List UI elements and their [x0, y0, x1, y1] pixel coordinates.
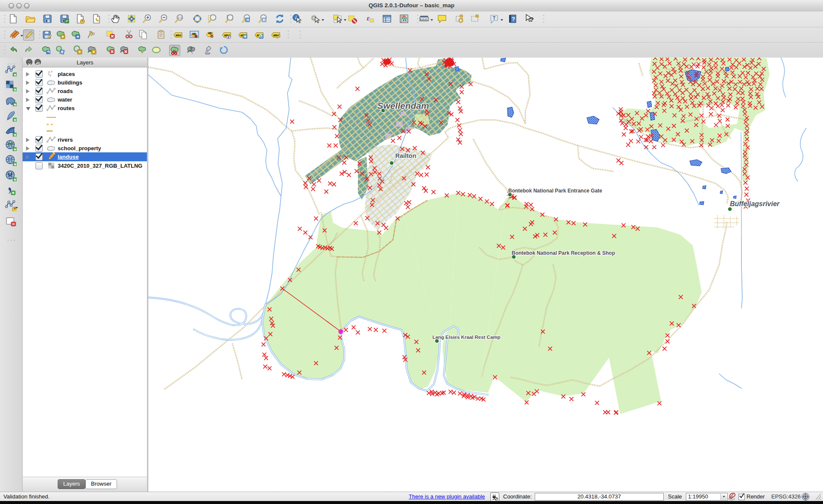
svg-text:Bontebok National Park Entranc: Bontebok National Park Entrance Gate — [508, 188, 602, 194]
svg-text:Lang Elsies Kraal Rest Camp: Lang Elsies Kraal Rest Camp — [432, 335, 500, 340]
svg-text:Railton: Railton — [395, 152, 416, 159]
svg-text:?: ? — [512, 16, 515, 22]
svg-text:*: * — [82, 19, 83, 23]
svg-text:Swellendam: Swellendam — [377, 101, 429, 111]
svg-text:ab: ab — [208, 32, 211, 35]
svg-text:?: ? — [530, 16, 533, 23]
svg-text:ε: ε — [367, 15, 370, 22]
svg-text:Buffeljagsrivier: Buffeljagsrivier — [730, 200, 780, 207]
svg-text:abc: abc — [176, 33, 182, 37]
svg-text:T: T — [493, 16, 495, 20]
svg-text:1:1: 1:1 — [178, 16, 182, 19]
svg-text:Bontebok National Park Recepti: Bontebok National Park Reception & Shop — [512, 250, 615, 256]
